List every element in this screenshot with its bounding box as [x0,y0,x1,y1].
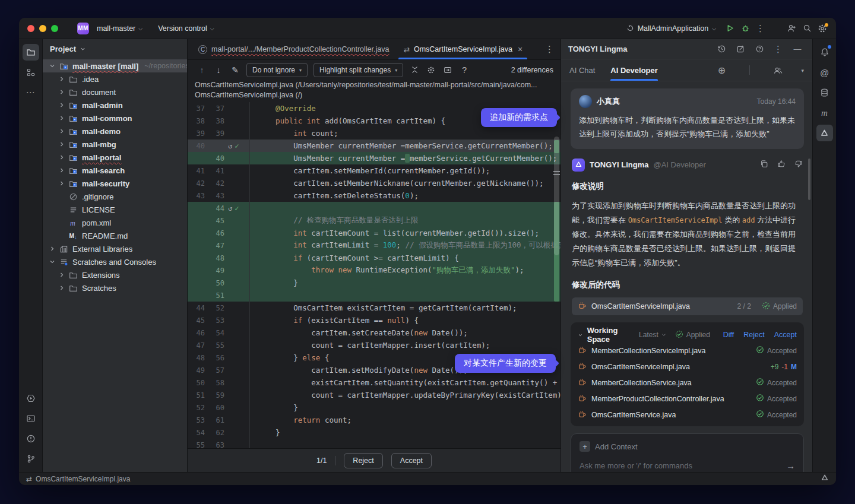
chevron-right-icon[interactable] [57,88,66,96]
highlight-mode-dropdown[interactable]: Highlight split changes▾ [314,63,403,77]
tab-member-product-collection-controller[interactable]: C mall-portal/.../MemberProductCollectio… [191,39,396,59]
code-line[interactable]: 5159 count = cartItemMapper.updateByPrim… [188,389,560,401]
diff-code-view[interactable]: 3737 @Override3838 public int add(OmsCar… [188,102,560,448]
code-line[interactable]: 48 if (cartItemCount >= cartItemLimit) { [188,252,560,264]
tree-item[interactable]: mall-security [43,177,187,190]
git-tool-button[interactable] [23,451,39,467]
history-button[interactable] [714,42,729,56]
new-chat-button[interactable] [733,42,748,56]
revert-change-icon[interactable]: ↺ [228,204,232,213]
code-line[interactable]: 4141 cartItem.setMemberId(currentMember.… [188,164,560,177]
chevron-right-icon[interactable] [57,115,66,122]
editor-options-button[interactable]: ⋮ [545,44,555,55]
accept-action-link[interactable]: Accept [774,331,797,339]
code-line[interactable]: 5563 [188,439,560,448]
notifications-button[interactable] [816,44,833,61]
tree-item[interactable]: M↓README.md [43,229,187,242]
hide-panel-button[interactable]: — [790,42,805,56]
chat-input-placeholder[interactable]: Ask me more or '/' for commands [580,461,692,470]
code-line[interactable]: 4755 count = cartItemMapper.insert(cartI… [188,339,560,351]
editor-scrollbar[interactable] [553,102,560,448]
tree-item[interactable]: mall-admin [43,99,187,112]
code-line[interactable]: 4553 if (existCartItem == null) { [188,314,560,327]
project-tool-button[interactable] [23,44,39,61]
send-button[interactable]: → [786,461,795,471]
apply-change-icon[interactable]: ✓ [235,204,239,213]
lingma-status-icon[interactable] [821,474,829,484]
chevron-right-icon[interactable] [57,284,66,291]
chevron-down-icon[interactable] [48,62,57,69]
tree-item[interactable]: mpom.xml [43,216,187,229]
chevron-down-icon[interactable] [48,258,57,265]
tree-item[interactable]: .idea [43,72,187,85]
tree-item[interactable]: mall-search [43,164,187,177]
code-line[interactable]: 5260 } [188,401,560,414]
next-change-button[interactable]: ↓ [211,63,226,77]
chevron-right-icon[interactable] [57,102,66,109]
maven-button[interactable]: m [816,104,833,121]
chevron-right-icon[interactable] [48,245,57,252]
version-control-menu[interactable]: Version control⌵ [154,22,218,35]
help-button[interactable]: ? [457,63,471,77]
zoom-window-button[interactable] [51,25,58,32]
database-button[interactable] [816,84,833,101]
code-line[interactable]: 45 // 检查购物车商品数量是否达到上限 [188,214,560,227]
working-space-file-row[interactable]: OmsCartItemService.javaAccepted [578,407,797,423]
tree-item[interactable]: Scratches [43,281,187,294]
chevron-right-icon[interactable] [57,167,66,174]
working-space-file-row[interactable]: MemberCollectionServiceImpl.javaAccepted [578,343,797,359]
ai-assistant-button[interactable]: @ [816,64,833,81]
previous-change-button[interactable]: ↑ [195,63,209,77]
minimize-window-button[interactable] [39,25,46,32]
agents-button[interactable] [770,63,786,77]
chevron-down-icon[interactable] [578,332,583,338]
chevron-right-icon[interactable] [57,75,66,83]
code-line[interactable]: 5058 existCartItem.setQuantity(existCart… [188,376,560,389]
more-tool-windows-button[interactable]: ⋯ [23,84,39,101]
chevron-right-icon[interactable] [57,154,66,161]
code-line[interactable]: 47 int cartItemLimit = 100; // 假设购物车商品数量… [188,239,560,252]
more-actions-button[interactable]: ⋮ [753,21,768,36]
project-panel-header[interactable]: Project [43,39,187,58]
run-button[interactable] [722,21,737,36]
working-space-file-row[interactable]: MemberCollectionService.javaAccepted [578,375,797,391]
tree-item[interactable]: mall-mbg [43,138,187,151]
tab-ai-chat[interactable]: AI Chat [569,59,595,81]
chat-area[interactable]: 小真真 Today 16:44 添加到购物车时，判断购物车内商品数量是否达到上限… [561,81,812,472]
search-everywhere-button[interactable] [799,21,815,36]
code-line[interactable]: 4242 cartItem.setMemberNickname(currentM… [188,177,560,189]
tab-ai-developer[interactable]: AI Developer [610,59,657,81]
code-line[interactable]: 3939 int count; [188,127,560,140]
code-line[interactable]: 5361 return count; [188,414,560,426]
close-window-button[interactable] [27,25,34,32]
copy-button[interactable] [760,160,768,170]
code-line[interactable]: 49 throw new RuntimeException("购物车已满，添加失… [188,264,560,277]
lingma-tool-button[interactable] [816,125,833,141]
working-space-file-row[interactable]: OmsCartItemServiceImpl.java+9-1M [578,359,797,375]
chevron-right-icon[interactable] [57,141,66,148]
tree-item[interactable]: document [43,85,187,99]
status-file-name[interactable]: OmsCartItemServiceImpl.java [36,475,130,483]
diff-settings-button[interactable] [424,63,438,77]
code-line[interactable]: 4654 cartItem.setCreateDate(new Date()); [188,327,560,339]
terminal-tool-button[interactable] [23,410,39,427]
ignore-policy-dropdown[interactable]: Do not ignore▾ [246,63,308,77]
tree-item[interactable]: mall-common [43,112,187,125]
chevron-right-icon[interactable] [57,180,66,187]
code-line[interactable]: 46 int cartItemCount = list(currentMembe… [188,227,560,239]
tree-item[interactable]: mall-master [mall]~/repositories [43,59,187,72]
tree-item[interactable]: External Libraries [43,242,187,255]
close-tab-icon[interactable]: × [518,45,522,54]
problems-tool-button[interactable] [23,430,39,447]
add-context-button[interactable]: + Add Context [580,441,795,452]
edit-source-button[interactable]: ✎ [228,63,242,77]
code-line[interactable]: 40↺✓ UmsMember currentMember =memberServ… [188,140,560,152]
services-tool-button[interactable] [23,390,39,407]
revert-change-icon[interactable]: ↺ [228,142,232,150]
code-line[interactable]: 50 } [188,277,560,289]
reject-change-button[interactable]: Reject [344,453,382,468]
open-in-window-button[interactable] [441,63,455,77]
thumbs-down-button[interactable] [794,160,803,170]
tab-oms-cart-item-service-impl[interactable]: ⇄ OmsCartItemServiceImpl.java × [396,39,530,59]
code-line[interactable]: 44↺✓ [188,202,560,214]
